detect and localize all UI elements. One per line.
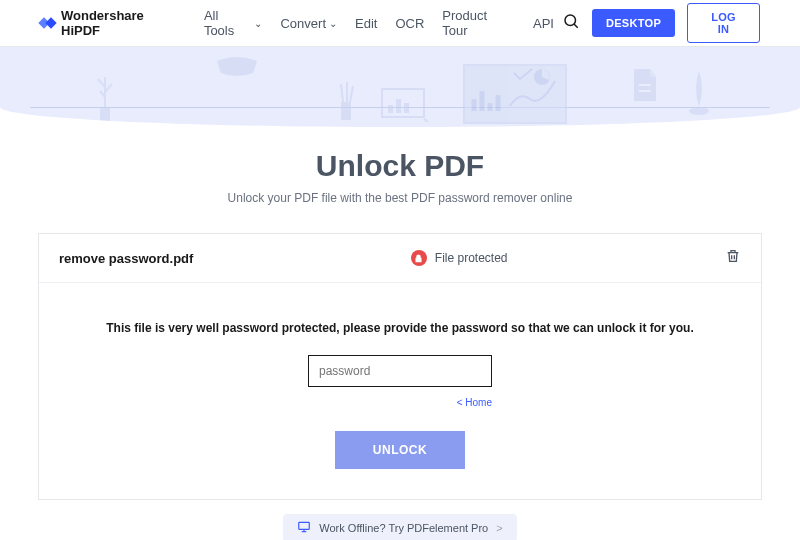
promo-text: Work Offline? Try PDFelement Pro	[319, 522, 488, 534]
brand-logo[interactable]: Wondershare HiPDF	[40, 8, 186, 38]
analytics-board-icon	[460, 61, 570, 127]
hero-banner	[0, 47, 800, 127]
plant-icon	[90, 67, 120, 127]
password-instruction: This file is very well password protecte…	[59, 321, 741, 335]
desktop-promo-icon	[297, 520, 311, 536]
file-name: remove password.pdf	[59, 251, 193, 266]
svg-rect-18	[299, 522, 310, 529]
file-card-body: This file is very well password protecte…	[39, 283, 761, 499]
svg-line-7	[350, 86, 353, 102]
chevron-right-icon: >	[496, 522, 502, 534]
svg-line-12	[424, 119, 428, 122]
login-button[interactable]: LOG IN	[687, 3, 760, 43]
title-section: Unlock PDF Unlock your PDF file with the…	[0, 127, 800, 223]
main-header: Wondershare HiPDF All Tools⌄ Convert⌄ Ed…	[0, 0, 800, 47]
offline-promo[interactable]: Work Offline? Try PDFelement Pro >	[283, 514, 516, 540]
nav-edit[interactable]: Edit	[355, 16, 377, 31]
svg-rect-11	[404, 103, 409, 113]
password-input[interactable]	[308, 355, 492, 387]
password-wrap: < Home	[308, 355, 492, 387]
file-status-text: File protected	[435, 251, 508, 265]
file-status: File protected	[411, 250, 508, 266]
search-icon[interactable]	[562, 12, 580, 34]
home-link[interactable]: < Home	[457, 397, 492, 408]
nav-convert-label: Convert	[280, 16, 326, 31]
nav-ocr[interactable]: OCR	[395, 16, 424, 31]
page-title: Unlock PDF	[0, 149, 800, 183]
svg-rect-10	[396, 99, 401, 113]
pencils-icon	[335, 82, 357, 122]
file-card: remove password.pdf File protected This …	[38, 233, 762, 500]
quill-icon	[685, 67, 713, 117]
brand-name: Wondershare HiPDF	[61, 8, 186, 38]
desktop-button[interactable]: DESKTOP	[592, 9, 675, 37]
header-actions: DESKTOP LOG IN	[562, 3, 760, 43]
delete-icon[interactable]	[725, 248, 741, 268]
chart-board-icon	[380, 87, 430, 122]
page-subtitle: Unlock your PDF file with the best PDF p…	[0, 191, 800, 205]
lamp-icon	[215, 57, 259, 87]
lock-icon	[411, 250, 427, 266]
svg-line-5	[341, 84, 343, 102]
nav-api[interactable]: API	[533, 16, 554, 31]
svg-line-1	[574, 24, 578, 28]
logo-icon	[40, 19, 55, 27]
nav-product-tour[interactable]: Product Tour	[442, 8, 515, 38]
svg-point-0	[565, 15, 576, 26]
svg-rect-2	[100, 107, 110, 127]
svg-rect-9	[388, 105, 393, 113]
unlock-button[interactable]: UNLOCK	[335, 431, 465, 469]
nav-convert[interactable]: Convert⌄	[280, 16, 337, 31]
svg-rect-3	[235, 57, 239, 61]
document-icon	[630, 67, 660, 103]
chevron-down-icon: ⌄	[329, 18, 337, 29]
nav-all-tools[interactable]: All Tools⌄	[204, 8, 263, 38]
svg-point-17	[689, 107, 709, 115]
main-nav: All Tools⌄ Convert⌄ Edit OCR Product Tou…	[204, 8, 554, 38]
file-card-header: remove password.pdf File protected	[39, 234, 761, 283]
chevron-down-icon: ⌄	[254, 18, 262, 29]
svg-rect-4	[341, 102, 351, 120]
nav-all-tools-label: All Tools	[204, 8, 252, 38]
